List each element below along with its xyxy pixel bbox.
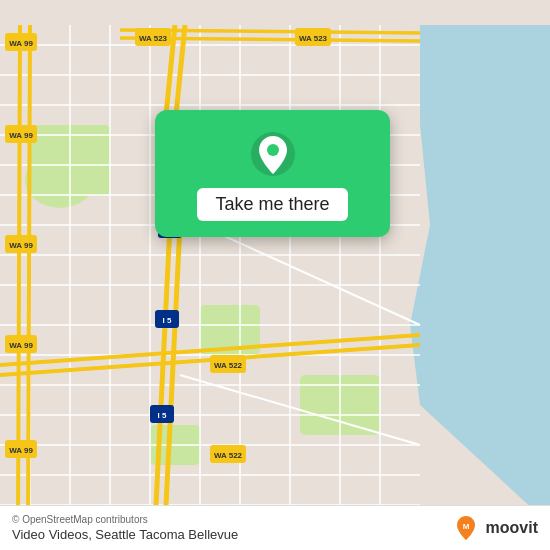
take-me-there-button[interactable]: Take me there bbox=[197, 188, 347, 221]
svg-text:M: M bbox=[462, 522, 469, 531]
bottom-bar: © OpenStreetMap contributors Video Video… bbox=[0, 505, 550, 550]
svg-text:WA 99: WA 99 bbox=[9, 241, 33, 250]
bottom-info: © OpenStreetMap contributors Video Video… bbox=[12, 514, 238, 542]
navigation-card[interactable]: Take me there bbox=[155, 110, 390, 237]
svg-text:I 5: I 5 bbox=[163, 316, 172, 325]
moovit-text: moovit bbox=[486, 519, 538, 537]
svg-text:WA 99: WA 99 bbox=[9, 39, 33, 48]
svg-text:WA 99: WA 99 bbox=[9, 446, 33, 455]
svg-text:WA 99: WA 99 bbox=[9, 131, 33, 140]
location-label: Video Videos, Seattle Tacoma Bellevue bbox=[12, 527, 238, 542]
map-container: WA 99 WA 99 WA 99 WA 99 WA 99 WA 523 WA … bbox=[0, 0, 550, 550]
svg-text:WA 522: WA 522 bbox=[214, 361, 243, 370]
map-attribution: © OpenStreetMap contributors bbox=[12, 514, 238, 525]
moovit-icon: M bbox=[452, 514, 480, 542]
svg-text:I 5: I 5 bbox=[158, 411, 167, 420]
moovit-logo: M moovit bbox=[452, 514, 538, 542]
svg-point-7 bbox=[25, 152, 95, 208]
svg-text:WA 99: WA 99 bbox=[9, 341, 33, 350]
svg-text:WA 523: WA 523 bbox=[299, 34, 328, 43]
location-pin-icon bbox=[249, 130, 297, 178]
svg-text:WA 523: WA 523 bbox=[139, 34, 168, 43]
svg-point-60 bbox=[267, 144, 279, 156]
svg-text:WA 522: WA 522 bbox=[214, 451, 243, 460]
